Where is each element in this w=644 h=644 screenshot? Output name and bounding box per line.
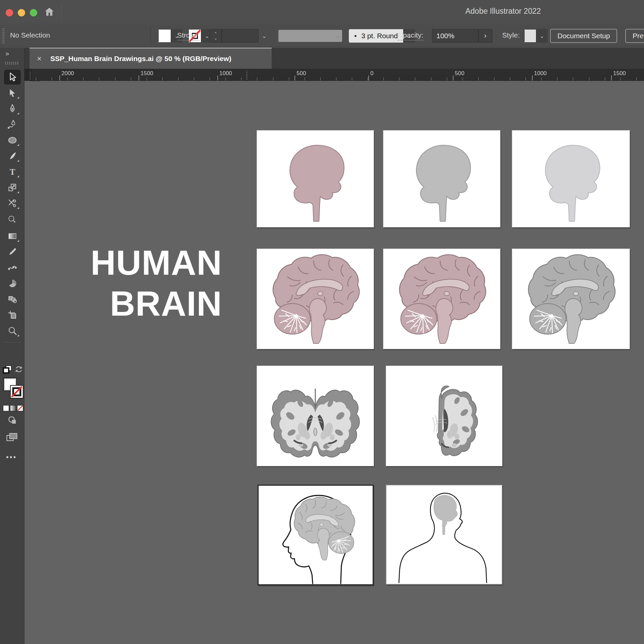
home-icon[interactable] [44, 6, 55, 17]
ruler-tick [147, 77, 147, 80]
ruler-tick [494, 77, 494, 80]
ellipse-tool[interactable] [4, 133, 21, 148]
chevron-down-icon[interactable]: ⌄ [536, 29, 548, 43]
heading-line-2: BRAIN [84, 283, 222, 324]
zoom-window-button[interactable] [30, 9, 37, 16]
swap-fill-stroke-icon[interactable] [15, 366, 23, 373]
puppet-warp-tool[interactable] [4, 260, 21, 275]
artboard-brain-sagittal-gray[interactable] [512, 249, 630, 349]
none-button[interactable] [17, 405, 23, 411]
opacity-label[interactable]: Opacity: [397, 31, 423, 41]
opacity-field[interactable]: 100% [432, 29, 478, 43]
ruler-tick [99, 77, 99, 80]
brush-value: 3 pt. Round [361, 32, 398, 40]
artboard-brain-sagittal-pink-1[interactable] [257, 249, 374, 349]
artboard-brain-lateral-pink[interactable] [257, 130, 374, 227]
gradient-button[interactable] [10, 405, 16, 411]
color-type-buttons[interactable] [3, 405, 23, 411]
ruler-major-tick [368, 75, 369, 80]
drawing-mode-icon[interactable] [7, 415, 17, 425]
artboard-brain-coronal-full[interactable] [257, 366, 374, 466]
curvature-tool[interactable] [4, 117, 21, 132]
preferences-button[interactable]: Prefe [625, 29, 644, 43]
fill-swatch[interactable] [158, 29, 171, 43]
stroke-color-well-none[interactable] [10, 385, 23, 398]
ruler-tick [352, 77, 352, 80]
titlebar-divider [61, 5, 62, 19]
paintbrush-tool[interactable] [4, 149, 21, 163]
artboard-brain-lateral-lightgray[interactable] [512, 130, 630, 227]
svg-text:T: T [10, 167, 15, 176]
artboard-body-outline-brain[interactable] [386, 485, 502, 585]
ruler-tick [557, 77, 557, 80]
direct-selection-tool[interactable] [4, 86, 21, 100]
eyedropper-tool[interactable] [4, 245, 21, 259]
stroke-label[interactable]: Stroke: [177, 31, 200, 41]
toolbar-divider [3, 342, 21, 342]
symbols-tool[interactable] [4, 292, 21, 307]
title-bar: Adobe Illustrator 2022 [0, 0, 644, 23]
close-tab-icon[interactable]: × [37, 54, 42, 63]
shape-builder-tool[interactable] [4, 212, 21, 226]
document-canvas[interactable]: HUMAN BRAIN [25, 81, 644, 644]
ruler-major-tick [532, 75, 533, 80]
ruler-label: 1000 [534, 70, 547, 77]
expand-panel-icon[interactable]: » [5, 50, 10, 57]
chevron-down-icon[interactable]: ⌄ [259, 29, 270, 43]
ruler-tick [131, 77, 131, 80]
close-window-button[interactable] [6, 9, 13, 16]
divider [544, 26, 544, 45]
zoom-tool[interactable] [4, 323, 21, 338]
ruler-tick [636, 77, 637, 80]
ruler-tick [368, 77, 368, 80]
color-button[interactable] [3, 405, 9, 411]
horizontal-ruler[interactable]: 200015001000500050010001500 [32, 69, 644, 81]
pie-graph-tool[interactable] [4, 276, 21, 291]
screen-mode-icon[interactable] [6, 432, 18, 442]
panel-grip-icon[interactable] [5, 62, 19, 65]
brain-lateral-gray-artwork [383, 130, 500, 227]
scale-tool[interactable] [4, 180, 21, 195]
ruler-major-tick [611, 75, 612, 80]
ruler-tick [36, 77, 36, 80]
default-fill-stroke-icon[interactable] [3, 365, 13, 374]
selection-tool[interactable] [4, 70, 21, 85]
artboard-tool[interactable] [4, 308, 21, 322]
ruler-tick [162, 77, 163, 80]
gradient-tool[interactable] [4, 229, 21, 244]
brain-sagittal-pink-1-artwork [257, 249, 374, 349]
document-tab[interactable]: × SSP_Human Brain Drawings.ai @ 50 % (RG… [30, 48, 272, 69]
brain-lateral-lightgray-artwork [512, 130, 630, 227]
tools-panel: » T [0, 48, 24, 644]
variable-width-dropdown: ⌄ [278, 30, 342, 42]
scissors-tool[interactable] [4, 196, 21, 211]
brain-coronal-full-artwork [257, 366, 374, 466]
ruler-tick [431, 77, 431, 80]
ruler-origin-marker [30, 71, 31, 79]
artboard-brain-coronal-half[interactable] [386, 366, 502, 466]
ruler-major-tick [59, 75, 60, 80]
pen-tool[interactable] [4, 101, 21, 116]
panel-grip[interactable] [2, 28, 5, 43]
minimize-window-button[interactable] [18, 9, 25, 16]
ruler-major-tick [139, 75, 139, 80]
selection-status: No Selection [10, 31, 50, 39]
stroke-weight-stepper[interactable]: ⌃⌃ [210, 29, 222, 43]
artboard-head-profile-brain[interactable] [258, 485, 374, 585]
control-bar: No Selection ⌄ ⌄ Stroke: ⌃⌃ ⌄ ⌄ • 3 pt. [0, 24, 644, 47]
type-tool[interactable]: T [4, 164, 21, 179]
ruler-tick [510, 77, 510, 80]
artboard-brain-sagittal-pink-2[interactable] [383, 249, 500, 349]
brain-sagittal-gray-artwork [512, 249, 630, 349]
heading-line-1: HUMAN [84, 242, 222, 283]
ruler-tick [178, 77, 178, 80]
edit-toolbar-icon[interactable]: ••• [6, 453, 17, 462]
ruler-major-tick [217, 75, 218, 80]
artboard-brain-lateral-gray[interactable] [383, 130, 500, 227]
stroke-weight-field[interactable] [222, 29, 259, 43]
opacity-more-button[interactable]: › [478, 29, 492, 43]
artwork-heading[interactable]: HUMAN BRAIN [84, 242, 222, 324]
document-setup-button[interactable]: Document Setup [550, 29, 617, 43]
style-swatch[interactable] [524, 29, 536, 43]
ruler-tick [115, 77, 115, 80]
